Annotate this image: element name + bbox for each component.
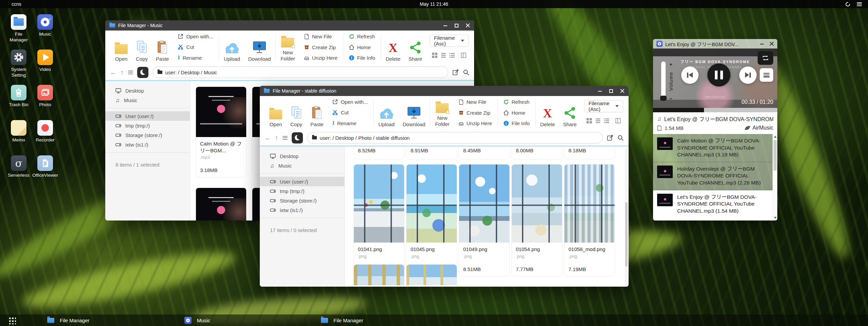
file-card-01058-mod[interactable]: 01058_mod.png.png7.19MB (564, 164, 615, 276)
up-button[interactable]: ↑ (275, 135, 278, 141)
file-card-partial[interactable]: 8.18MB (564, 147, 615, 159)
theme-moon-button[interactable] (137, 67, 148, 78)
maximize-button[interactable] (609, 89, 613, 93)
cut-button[interactable]: Cut (332, 110, 368, 115)
view-detail-icon[interactable] (603, 118, 610, 124)
sidebar-item-tmp-drive[interactable]: tmp (tmp:/) (105, 121, 190, 130)
delete-button[interactable]: XDelete (382, 33, 404, 62)
maximize-button[interactable] (454, 23, 459, 28)
rename-button[interactable]: I Rename (332, 120, 368, 126)
sort-dropdown[interactable]: Filename (Asc) (430, 35, 469, 47)
desktop-icon-music[interactable]: Music (32, 14, 58, 50)
view-grid-icon[interactable] (586, 118, 592, 124)
desktop-icon-file-manager[interactable]: File Manager (5, 14, 32, 50)
volume-handle[interactable] (660, 96, 667, 101)
view-list-icon[interactable] (595, 118, 601, 124)
upload-button[interactable]: Upload (220, 33, 244, 62)
refresh-button[interactable]: Refresh (503, 99, 530, 105)
file-card-01045[interactable]: 01045.png.png8.41MB (406, 164, 457, 276)
sidebar-item-storage-drive[interactable]: Storage (store:/) (260, 196, 344, 205)
system-menu-icon[interactable] (857, 2, 862, 6)
sidebar-item-user-drive[interactable]: User (user:/) (260, 177, 344, 186)
menu-icon[interactable] (283, 136, 288, 140)
sidebar-item-ixtw-drive[interactable]: ixtw (is1:/) (105, 140, 190, 149)
minimize-button[interactable] (598, 89, 602, 93)
repeat-button[interactable] (758, 51, 773, 65)
file-card-partial[interactable] (354, 264, 404, 285)
file-card-partial[interactable]: 8.52MB (354, 147, 404, 159)
close-button[interactable] (620, 89, 625, 93)
home-button[interactable]: Home (349, 44, 375, 50)
up-button[interactable]: ↑ (121, 69, 124, 76)
volume-slider[interactable] (661, 61, 666, 99)
desktop-icon-trash-bin[interactable]: Trash Bin (5, 85, 32, 120)
playlist-item[interactable]: Holiday Overslept @ フリーBGM DOVA-SYNDROME… (653, 162, 773, 190)
file-info-button[interactable]: File Info (503, 120, 530, 126)
next-button[interactable] (739, 66, 757, 84)
view-columns-icon[interactable] (615, 118, 621, 124)
file-card-partial[interactable] (196, 188, 247, 220)
rename-button[interactable]: I Rename (178, 55, 213, 61)
refresh-button[interactable]: Refresh (349, 34, 375, 39)
edit-path-icon[interactable] (607, 135, 613, 141)
copy-button[interactable]: Copy (286, 98, 306, 127)
previous-button[interactable] (681, 66, 699, 84)
file-card-partial[interactable]: 8.00MB (511, 147, 562, 159)
new-file-button[interactable]: New File (304, 34, 338, 39)
paste-button[interactable]: Paste (152, 33, 173, 62)
taskbar-item-music[interactable]: Music (176, 314, 312, 326)
desktop-icon-video[interactable]: Video (32, 50, 58, 85)
desktop-icon-recorder[interactable]: Recorder (32, 120, 58, 155)
pause-button[interactable] (707, 63, 730, 87)
desktop-icon-serverless[interactable]: σ Serverless (5, 155, 32, 191)
desktop-icon-system-setting[interactable]: System Setting (5, 50, 32, 85)
playlist-button[interactable] (760, 68, 773, 82)
sidebar-item-tmp-drive[interactable]: tmp (tmp:/) (260, 186, 344, 196)
unzip-here-button[interactable]: Unzip Here (458, 120, 492, 126)
app-launcher-icon[interactable] (8, 317, 16, 324)
titlebar[interactable]: File Manager - stable diffusion (260, 86, 629, 96)
playlist-item[interactable]: Calm Motion @ フリーBGM DOVA-SYNDROME OFFIC… (653, 134, 773, 162)
create-zip-button[interactable]: Create Zip (304, 44, 338, 50)
taskbar-item-file-manager-1[interactable]: File Manager (39, 314, 175, 326)
menu-icon[interactable] (128, 71, 133, 74)
file-card-01041[interactable]: 01041.png.png7.75MB (354, 164, 404, 276)
share-button[interactable]: Share (404, 33, 426, 62)
file-card-01049[interactable]: 01049.png.png8.51MB (459, 164, 510, 276)
view-detail-icon[interactable] (449, 52, 455, 58)
power-icon[interactable] (846, 2, 850, 6)
scroll-down-icon[interactable] (774, 217, 777, 219)
file-card-partial[interactable]: 8.45MB (459, 147, 510, 159)
desktop-icon-photo[interactable]: Photo (32, 85, 58, 120)
view-list-icon[interactable] (440, 52, 447, 58)
progress-bar[interactable] (653, 108, 777, 112)
file-info-button[interactable]: File Info (349, 55, 375, 61)
cut-button[interactable]: Cut (178, 44, 213, 50)
download-button[interactable]: Download (399, 98, 430, 127)
file-card-partial[interactable]: 8.91MB (406, 147, 457, 159)
share-button[interactable]: Share (559, 98, 581, 127)
download-button[interactable]: Download (244, 33, 275, 62)
scroll-thumb[interactable] (774, 140, 777, 171)
new-folder-button[interactable]: NewFolder (431, 98, 454, 127)
sidebar-item-desktop[interactable]: Desktop (105, 86, 190, 95)
delete-button[interactable]: XDelete (536, 98, 559, 127)
home-button[interactable]: Home (503, 110, 530, 116)
scroll-up-icon[interactable] (774, 136, 777, 138)
desktop-icon-memo[interactable]: Memo (5, 120, 32, 155)
playlist-scrollbar[interactable] (773, 134, 777, 220)
sidebar-item-user-drive[interactable]: User (user:/) (105, 111, 190, 121)
playlist-item-current[interactable]: Let's Enjoy @ フリーBGM DOVA-SYNDROME OFFIC… (653, 190, 773, 220)
open-with-button[interactable]: Open with... (332, 99, 368, 105)
new-folder-button[interactable]: NewFolder (276, 33, 299, 62)
file-card-partial[interactable] (406, 264, 457, 285)
scrollbar[interactable] (625, 148, 628, 285)
paste-button[interactable]: Paste (306, 98, 327, 127)
sidebar-item-desktop[interactable]: Desktop (260, 151, 344, 161)
new-file-button[interactable]: New File (458, 99, 492, 105)
open-with-button[interactable]: Open with... (178, 34, 213, 39)
theme-moon-button[interactable] (292, 132, 303, 143)
minimize-button[interactable] (443, 23, 448, 28)
sort-dropdown[interactable]: Filename (Asc) (584, 100, 623, 112)
minimize-button[interactable] (760, 42, 764, 46)
